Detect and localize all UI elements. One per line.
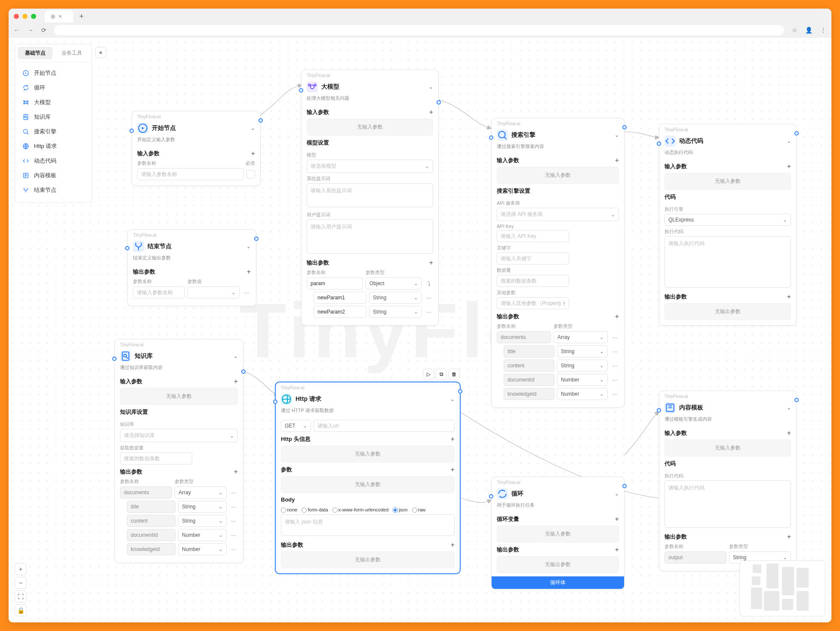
tree-toggle-icon[interactable]: ⤵ [425,280,433,287]
delete-button[interactable]: 🗑 [449,369,460,380]
menu-icon[interactable]: ⋮ [820,27,826,34]
model-select[interactable]: 请选择模型 [307,160,433,173]
tab-close[interactable]: × [58,13,62,20]
node-loop[interactable]: TinyFlow.ai 循环⌄ 用于循环执行任务 循环变量+ 无输入参数 输出参… [491,477,625,589]
count-input[interactable] [120,452,192,465]
param-type[interactable]: Array [554,331,608,343]
param-type[interactable]: Number [557,374,608,386]
user-prompt-input[interactable] [307,219,433,254]
add-param[interactable]: + [787,163,791,170]
node-search[interactable]: TinyFlow.ai 搜索引擎⌄ 通过搜索引擎搜索内容 输入参数+ 无输入参数… [491,118,625,408]
loop-body-button[interactable]: 循环体 [492,576,624,589]
add-param[interactable]: + [234,468,238,476]
chevron-down-icon[interactable]: ⌄ [246,243,251,249]
fit-view[interactable]: ⛶ [15,591,27,603]
more-icon[interactable]: ··· [610,362,619,369]
node-kb[interactable]: TinyFlow.ai 知识库⌄ 通过知识库获取内容 输入参数+ 无输入参数 知… [114,339,243,563]
chevron-down-icon[interactable]: ⌄ [615,132,619,138]
max-window[interactable] [31,14,36,19]
param-type[interactable]: String [178,501,227,513]
min-window[interactable] [22,14,28,19]
zoom-out[interactable]: − [15,577,27,589]
param-type[interactable]: Number [557,388,608,400]
add-param[interactable]: + [615,313,619,320]
profile-icon[interactable]: 👤 [805,27,812,34]
close-window[interactable] [14,14,19,19]
node-http[interactable]: ▷ ⧉ 🗑 TinyFlow.ai Http 请求⌄ 通过 HTTP 请求获取数… [275,382,460,574]
add-param[interactable]: + [787,429,791,437]
chevron-down-icon[interactable]: ⌄ [234,353,238,359]
count-input[interactable] [497,275,569,287]
param-name[interactable] [314,306,366,318]
more-icon[interactable]: ··· [610,348,619,355]
method-select[interactable]: GET [281,420,311,432]
lock-toggle[interactable]: 🔒 [15,604,27,616]
param-type[interactable]: String [369,292,422,304]
tab-basic-nodes[interactable]: 基础节点 [18,47,52,59]
add-param[interactable]: + [615,157,619,164]
more-icon[interactable]: ··· [610,376,619,383]
radio-json[interactable]: json [393,507,407,513]
sys-prompt-input[interactable] [307,183,433,207]
api-vendor-select[interactable]: 请选择 API 服务商 [497,208,619,221]
param-name[interactable] [307,277,363,289]
more-icon[interactable]: ··· [229,489,238,496]
add-param[interactable]: + [787,293,791,301]
palette-llm[interactable]: 大模型 [18,95,89,110]
add-param[interactable]: + [615,546,619,554]
palette-template[interactable]: 内容模板 [18,168,89,183]
add-param[interactable]: + [247,268,251,276]
body-input[interactable] [281,514,455,536]
url-bar[interactable] [54,25,784,35]
copy-button[interactable]: ⧉ [436,369,447,380]
more-icon[interactable]: ··· [610,391,619,397]
node-template[interactable]: TinyFlow.ai 内容模板⌄ 通过模板引擎生成内容 输入参数+ 无输入参数… [659,391,797,571]
more-icon[interactable]: ··· [242,289,251,296]
palette-code[interactable]: 动态代码 [18,154,89,168]
required-checkbox[interactable] [246,170,255,179]
chevron-down-icon[interactable]: ⌄ [787,138,791,144]
more-icon[interactable]: ··· [229,503,238,510]
chevron-down-icon[interactable]: ⌄ [450,396,455,402]
palette-search[interactable]: 搜索引擎 [18,124,89,139]
param-type[interactable]: Array [175,486,227,499]
param-name-input[interactable] [137,168,244,180]
add-param[interactable]: + [451,466,455,474]
run-button[interactable]: ▷ [423,369,434,380]
zoom-in[interactable]: + [15,563,27,575]
node-code[interactable]: TinyFlow.ai 动态代码⌄ 动态执行代码 输入参数+ 无输入参数 代码 … [659,124,797,326]
more-icon[interactable]: ··· [229,532,238,539]
more-icon[interactable]: ··· [610,334,619,341]
new-tab[interactable]: + [79,12,84,21]
param-name[interactable] [314,292,366,304]
palette-start[interactable]: 开始节点 [18,66,89,80]
minimap[interactable] [739,560,825,616]
palette-kb[interactable]: 知识库 [18,110,89,124]
chevron-down-icon[interactable]: ⌄ [251,125,255,131]
chevron-down-icon[interactable]: ⌄ [615,491,619,497]
param-type[interactable]: String [557,360,608,372]
nav-back[interactable]: ← [14,27,20,34]
engine-select[interactable]: QLExpress [665,214,791,226]
radio-none[interactable]: none [281,507,297,513]
add-param[interactable]: + [251,150,255,157]
bookmark-icon[interactable]: ☆ [792,27,797,34]
more-icon[interactable]: ··· [229,546,238,553]
param-type[interactable]: String [178,515,227,527]
radio-formdata[interactable]: form-data [302,507,328,513]
api-key-input[interactable] [497,230,569,242]
add-param[interactable]: + [429,108,433,116]
template-code-input[interactable] [665,480,791,528]
chevron-down-icon[interactable]: ⌄ [429,84,433,90]
param-value-select[interactable] [188,286,240,299]
keyword-input[interactable] [497,252,569,265]
palette-end[interactable]: 结束节点 [18,183,89,197]
add-param[interactable]: + [429,259,433,267]
palette-http[interactable]: Http 请求 [18,139,89,154]
nav-forward[interactable]: → [28,27,34,34]
chevron-down-icon[interactable]: ⌄ [787,405,791,411]
param-name-input[interactable] [133,286,185,299]
collapse-sidebar[interactable]: « [95,47,106,58]
more-icon[interactable]: ··· [425,294,433,301]
kb-select[interactable]: 请选择知识库 [120,429,238,442]
